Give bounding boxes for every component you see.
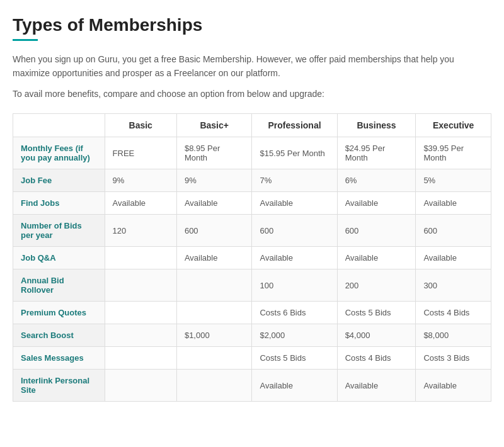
feature-label: Monthly Fees (if you pay annually)	[13, 137, 105, 169]
feature-value: Available	[416, 247, 491, 269]
feature-value: Available	[176, 192, 252, 215]
feature-value: Available	[416, 370, 491, 402]
table-row: Monthly Fees (if you pay annually)FREE$8…	[13, 137, 491, 169]
table-row: Interlink Personal SiteAvailableAvailabl…	[13, 370, 491, 402]
feature-value: 300	[416, 269, 491, 302]
feature-label: Premium Quotes	[13, 302, 105, 324]
intro-paragraph-2: To avail more benefits, compare and choo…	[13, 87, 491, 101]
feature-value: FREE	[105, 137, 176, 169]
feature-value: Available	[252, 247, 337, 269]
table-row: Annual Bid Rollover100200300	[13, 269, 491, 302]
feature-value	[176, 370, 252, 402]
intro-paragraph-1: When you sign up on Guru, you get a free…	[13, 52, 491, 81]
feature-value: Available	[105, 192, 176, 215]
feature-label: Sales Messages	[13, 347, 105, 370]
feature-value	[176, 269, 252, 302]
feature-value: Available	[176, 247, 252, 269]
table-row: Job Q&AAvailableAvailableAvailableAvaila…	[13, 247, 491, 269]
feature-value: 600	[252, 215, 337, 247]
feature-value	[105, 269, 176, 302]
feature-value: 200	[337, 269, 416, 302]
feature-value: $8.95 Per Month	[176, 137, 252, 169]
header-professional: Professional	[252, 114, 337, 137]
header-basic: Basic	[105, 114, 176, 137]
feature-value: Available	[337, 192, 416, 215]
feature-value	[105, 302, 176, 324]
feature-value: $39.95 Per Month	[416, 137, 491, 169]
title-underline	[13, 39, 38, 41]
header-business: Business	[337, 114, 416, 137]
table-row: Job Fee9%9%7%6%5%	[13, 169, 491, 192]
feature-label: Search Boost	[13, 324, 105, 347]
feature-value: $2,000	[252, 324, 337, 347]
feature-value: 9%	[105, 169, 176, 192]
feature-value: $4,000	[337, 324, 416, 347]
feature-value: 5%	[416, 169, 491, 192]
feature-value: $1,000	[176, 324, 252, 347]
feature-value: Costs 6 Bids	[252, 302, 337, 324]
feature-value	[105, 347, 176, 370]
table-row: Search Boost$1,000$2,000$4,000$8,000	[13, 324, 491, 347]
feature-value	[176, 347, 252, 370]
feature-label: Job Q&A	[13, 247, 105, 269]
table-header-row: Basic Basic+ Professional Business Execu…	[13, 114, 491, 137]
membership-comparison-table: Basic Basic+ Professional Business Execu…	[13, 113, 491, 402]
feature-value: Costs 5 Bids	[252, 347, 337, 370]
feature-value: 120	[105, 215, 176, 247]
feature-value: 600	[416, 215, 491, 247]
feature-label: Job Fee	[13, 169, 105, 192]
feature-value	[105, 370, 176, 402]
feature-value: $24.95 Per Month	[337, 137, 416, 169]
header-basicplus: Basic+	[176, 114, 252, 137]
feature-value: Available	[252, 192, 337, 215]
feature-value: 100	[252, 269, 337, 302]
feature-value: Available	[337, 370, 416, 402]
feature-value: 9%	[176, 169, 252, 192]
header-executive: Executive	[416, 114, 491, 137]
feature-value	[176, 302, 252, 324]
feature-value	[105, 247, 176, 269]
feature-value: Available	[416, 192, 491, 215]
feature-value: Costs 5 Bids	[337, 302, 416, 324]
feature-value: 7%	[252, 169, 337, 192]
page-title: Types of Memberships	[13, 15, 491, 35]
feature-value: Costs 3 Bids	[416, 347, 491, 370]
feature-value: Costs 4 Bids	[416, 302, 491, 324]
header-feature	[13, 114, 105, 137]
feature-value: $8,000	[416, 324, 491, 347]
table-row: Premium QuotesCosts 6 BidsCosts 5 BidsCo…	[13, 302, 491, 324]
feature-value: 6%	[337, 169, 416, 192]
feature-label: Interlink Personal Site	[13, 370, 105, 402]
feature-value: Available	[337, 247, 416, 269]
feature-value: 600	[176, 215, 252, 247]
feature-value: $15.95 Per Month	[252, 137, 337, 169]
feature-value: 600	[337, 215, 416, 247]
feature-value: Costs 4 Bids	[337, 347, 416, 370]
table-row: Number of Bids per year120600600600600	[13, 215, 491, 247]
feature-value	[105, 324, 176, 347]
table-row: Find JobsAvailableAvailableAvailableAvai…	[13, 192, 491, 215]
feature-value: Available	[252, 370, 337, 402]
feature-label: Annual Bid Rollover	[13, 269, 105, 302]
table-row: Sales MessagesCosts 5 BidsCosts 4 BidsCo…	[13, 347, 491, 370]
feature-label: Number of Bids per year	[13, 215, 105, 247]
feature-label: Find Jobs	[13, 192, 105, 215]
